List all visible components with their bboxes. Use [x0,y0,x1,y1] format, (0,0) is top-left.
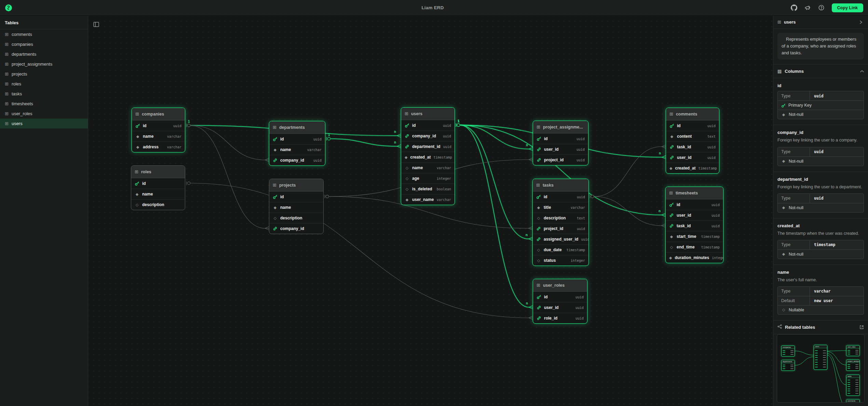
mini-cell-dash [847,380,850,380]
mini-table-departments[interactable]: departments [781,360,795,371]
mini-table-row [783,352,794,353]
not-null-icon: ◆ [135,145,140,149]
mini-table-users[interactable]: users [814,345,827,370]
sidebar-table-list: ⊞comments⊞companies⊞departments⊞project_… [0,29,88,128]
mini-table-rows [846,349,859,356]
panel-header: ⊞ users [773,16,868,29]
mini-table-row [847,391,858,391]
mini-table-row [815,367,826,367]
megaphone-icon[interactable] [804,4,811,11]
column-row: iduuid [666,199,723,210]
primary-key-icon [781,103,786,108]
detail-kv-value: timestamp [810,242,839,247]
sidebar-item-departments[interactable]: ⊞departments [0,49,88,59]
mini-table-tasks[interactable]: tasks [846,375,860,396]
mini-table-row [815,355,826,356]
column-row: iduuid [269,134,325,144]
not-null-icon: ◆ [781,206,786,209]
column-name: id [544,194,547,199]
column-row: task_iduuid [666,220,723,231]
mini-table-user_roles[interactable]: user_roles [846,345,860,356]
help-icon[interactable] [818,4,825,11]
liam-logo-icon[interactable] [5,4,12,12]
erd-table-departments[interactable]: ⊞departmentsiduuid◆namevarcharcompany_id… [269,121,325,166]
column-name: role_id [544,316,557,321]
mini-table-comments[interactable]: comments [846,399,860,403]
nullable-icon: ◇ [135,203,139,207]
erd-table-project_assignments[interactable]: ⊞project_assignme...iduuiduser_iduuidpro… [533,121,588,165]
erd-table-user_roles[interactable]: ⊞user_rolesiduuiduser_iduuidrole_iduuid [533,279,587,324]
mini-table-row [847,366,858,367]
copy-link-button[interactable]: Copy Link [832,3,863,12]
erd-table-comments[interactable]: ⊞commentsiduuid◆contenttexttask_iduuidus… [666,108,719,174]
column-type: varchar [307,148,322,152]
sidebar-item-timesheets[interactable]: ⊞timesheets [0,99,88,109]
erd-table-companies[interactable]: ⊞companiesiduuid◆namevarchar◆addressvarc… [132,108,185,152]
column-row: iduuid [533,191,588,202]
sidebar-toggle-icon[interactable] [92,21,100,28]
column-name: project_id [544,158,564,162]
mini-table-row [847,350,858,351]
panel-collapse-icon[interactable] [858,19,864,25]
column-type: varchar [437,166,451,170]
mini-table-row [847,384,858,385]
mini-cell-dash [855,350,858,351]
mini-cell-dash [823,353,826,353]
table-description-wrap: Represents employees or members of a com… [773,29,868,65]
mini-cell-dash [855,368,858,369]
sidebar-item-users[interactable]: ⊞users [0,119,88,128]
column-name: is_deleted [412,187,432,191]
not-null-icon: ◆ [669,256,672,260]
primary-key-icon [273,194,277,199]
mini-table-companies[interactable]: companies [781,346,795,356]
open-related-icon[interactable] [859,325,864,329]
github-icon[interactable] [791,4,798,11]
sidebar-item-user_roles[interactable]: ⊞user_roles [0,109,88,119]
column-row: iduuid [666,120,719,131]
mini-table-project_assignments[interactable]: project_assignments [846,360,860,371]
mini-cell-dash [855,384,858,385]
column-type: timestamp [701,245,720,249]
column-name: user_id [544,147,559,152]
table-header: ⊞user_roles [533,279,587,292]
columns-section-header[interactable]: ▤ Columns [773,65,868,78]
sidebar-item-comments[interactable]: ⊞comments [0,29,88,39]
mini-cell-dash [847,364,850,365]
erd-canvas[interactable]: 1n1n1n1n1n1n1n ⊞companiesiduuid◆namevarc… [88,16,773,406]
mini-cell-dash [823,350,826,351]
sidebar-item-projects[interactable]: ⊞projects [0,69,88,79]
column-name: user_id [677,155,692,160]
erd-table-users[interactable]: ⊞usersiduuidcompany_iduuiddepartment_idu… [401,107,455,205]
mini-cell-dash [823,364,826,365]
sidebar-header: Tables [0,16,88,29]
detail-kv-label: Type [778,194,810,203]
sidebar-item-roles[interactable]: ⊞roles [0,79,88,89]
column-name: user_name [412,197,434,202]
svg-text:n: n [659,151,661,155]
mini-cell-dash [823,367,826,367]
primary-key-icon [405,123,409,128]
mini-table-rows [782,349,795,356]
sidebar-item-companies[interactable]: ⊞companies [0,39,88,49]
column-row: iduuid [132,120,185,131]
erd-table-timesheets[interactable]: ⊞timesheetsiduuiduser_iduuidtask_iduuid◆… [665,187,723,263]
chevron-up-icon[interactable] [860,70,864,72]
svg-text:n: n [526,301,528,305]
mini-cell-dash [815,364,818,365]
related-tables-minimap[interactable]: companiesdepartmentsusersuser_rolesproje… [777,334,865,403]
column-name: title [544,205,551,210]
table-icon: ⊞ [537,283,540,287]
columns-list: idTypeuuidPrimary Key◆Not-nullcompany_id… [773,78,868,321]
mini-cell-dash [847,382,850,383]
sidebar-item-label: projects [12,71,27,77]
sidebar-item-project_assignments[interactable]: ⊞project_assignments [0,59,88,69]
erd-table-tasks[interactable]: ⊞tasksiduuid◆titlevarchar◇descriptiontex… [532,179,589,266]
detail-kv-label: Type [778,240,810,249]
column-name: task_id [677,224,691,228]
svg-text:n: n [394,130,396,134]
erd-table-projects[interactable]: ⊞projectsid◆name◇descriptioncompany_id [269,179,324,234]
column-name: name [280,205,291,210]
detail-kv-value: varchar [810,289,835,294]
sidebar-item-tasks[interactable]: ⊞tasks [0,89,88,99]
erd-table-roles[interactable]: ⊞rolesid◆name◇description [131,165,185,210]
